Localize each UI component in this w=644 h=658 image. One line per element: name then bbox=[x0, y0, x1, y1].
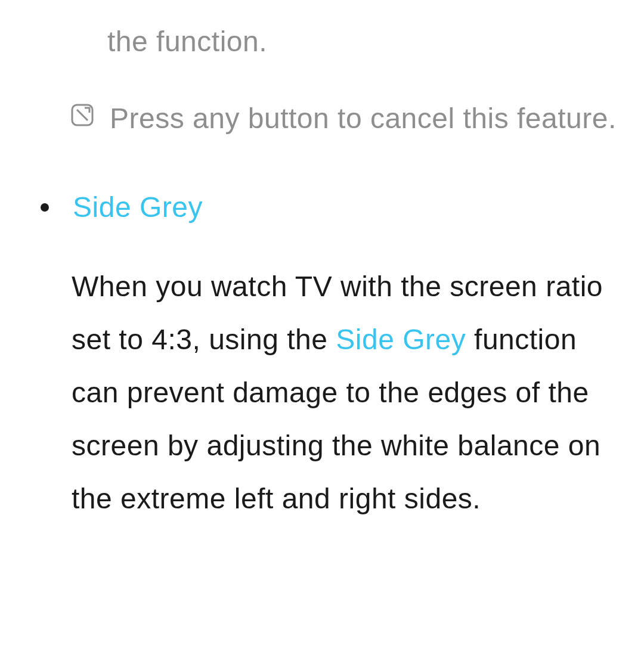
note-text: Press any button to cancel this feature. bbox=[110, 92, 620, 145]
svg-line-1 bbox=[77, 110, 88, 120]
bullet-dot-icon bbox=[41, 203, 49, 212]
note-icon bbox=[70, 92, 94, 127]
body-paragraph: When you watch TV with the screen ratio … bbox=[72, 260, 620, 525]
bullet-item: Side Grey bbox=[41, 181, 620, 234]
note-block: Press any button to cancel this feature. bbox=[70, 92, 620, 145]
fragment-tail-text: the function. bbox=[107, 15, 620, 69]
body-term: Side Grey bbox=[336, 324, 466, 355]
manual-page: the function. Press any button to cancel… bbox=[0, 0, 644, 658]
bullet-heading: Side Grey bbox=[73, 181, 203, 234]
